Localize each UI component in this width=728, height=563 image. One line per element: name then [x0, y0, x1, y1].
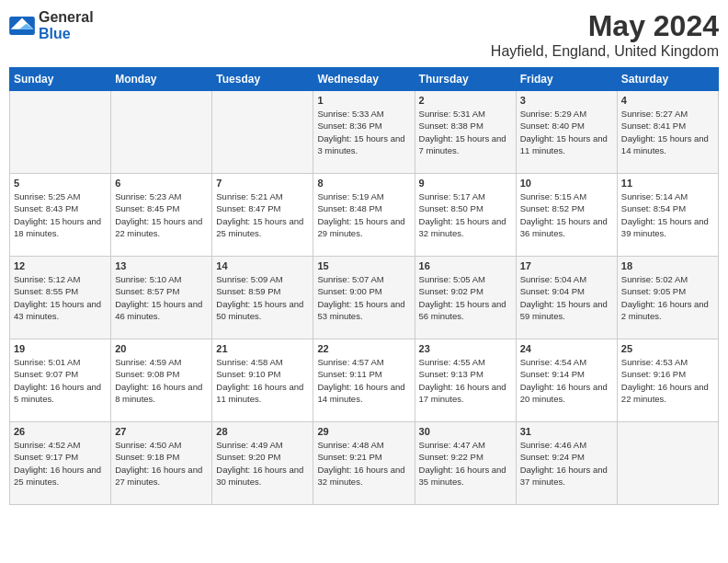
day-number: 9 — [419, 178, 512, 189]
day-info: Sunrise: 4:53 AM Sunset: 9:16 PM Dayligh… — [621, 356, 714, 405]
week-row-3: 12Sunrise: 5:12 AM Sunset: 8:55 PM Dayli… — [10, 257, 719, 339]
logo-blue: Blue — [39, 26, 71, 41]
calendar-cell — [617, 422, 718, 505]
day-info: Sunrise: 5:14 AM Sunset: 8:54 PM Dayligh… — [621, 190, 714, 239]
day-info: Sunrise: 4:52 AM Sunset: 9:17 PM Dayligh… — [14, 439, 107, 488]
day-number: 14 — [216, 260, 309, 271]
day-number: 12 — [14, 260, 107, 271]
calendar-cell: 22Sunrise: 4:57 AM Sunset: 9:11 PM Dayli… — [313, 339, 415, 422]
day-number: 13 — [115, 260, 208, 271]
calendar-cell: 25Sunrise: 4:53 AM Sunset: 9:16 PM Dayli… — [617, 339, 718, 422]
day-info: Sunrise: 5:07 AM Sunset: 9:00 PM Dayligh… — [317, 273, 410, 322]
calendar-cell: 15Sunrise: 5:07 AM Sunset: 9:00 PM Dayli… — [313, 257, 415, 339]
day-info: Sunrise: 5:05 AM Sunset: 9:02 PM Dayligh… — [419, 273, 512, 322]
calendar-cell: 21Sunrise: 4:58 AM Sunset: 9:10 PM Dayli… — [212, 339, 313, 422]
calendar-cell: 3Sunrise: 5:29 AM Sunset: 8:40 PM Daylig… — [516, 91, 617, 174]
day-info: Sunrise: 5:01 AM Sunset: 9:07 PM Dayligh… — [14, 356, 107, 405]
logo: General Blue — [9, 9, 94, 42]
day-number: 1 — [317, 95, 410, 106]
day-number: 6 — [115, 178, 208, 189]
calendar-cell: 9Sunrise: 5:17 AM Sunset: 8:50 PM Daylig… — [415, 174, 516, 257]
title-block: May 2024 Hayfield, England, United Kingd… — [491, 9, 719, 60]
day-number: 23 — [419, 343, 512, 354]
day-number: 11 — [621, 178, 714, 189]
day-info: Sunrise: 5:29 AM Sunset: 8:40 PM Dayligh… — [520, 108, 613, 156]
day-number: 29 — [317, 426, 410, 437]
day-info: Sunrise: 5:21 AM Sunset: 8:47 PM Dayligh… — [216, 190, 309, 239]
month-title: May 2024 — [491, 9, 719, 43]
day-info: Sunrise: 4:48 AM Sunset: 9:21 PM Dayligh… — [317, 439, 410, 488]
day-info: Sunrise: 5:19 AM Sunset: 8:48 PM Dayligh… — [317, 190, 410, 239]
day-number: 25 — [621, 343, 714, 354]
day-number: 24 — [520, 343, 613, 354]
week-row-5: 26Sunrise: 4:52 AM Sunset: 9:17 PM Dayli… — [10, 422, 719, 505]
calendar-cell: 12Sunrise: 5:12 AM Sunset: 8:55 PM Dayli… — [10, 257, 111, 339]
calendar-cell: 11Sunrise: 5:14 AM Sunset: 8:54 PM Dayli… — [617, 174, 718, 257]
day-number: 5 — [14, 178, 107, 189]
logo-icon — [9, 17, 35, 35]
location-title: Hayfield, England, United Kingdom — [491, 43, 719, 60]
week-row-4: 19Sunrise: 5:01 AM Sunset: 9:07 PM Dayli… — [10, 339, 719, 422]
day-number: 30 — [419, 426, 512, 437]
day-info: Sunrise: 4:57 AM Sunset: 9:11 PM Dayligh… — [317, 356, 410, 405]
calendar-cell: 16Sunrise: 5:05 AM Sunset: 9:02 PM Dayli… — [415, 257, 516, 339]
calendar-cell: 7Sunrise: 5:21 AM Sunset: 8:47 PM Daylig… — [212, 174, 313, 257]
day-number: 19 — [14, 343, 107, 354]
day-number: 20 — [115, 343, 208, 354]
day-header-sunday: Sunday — [10, 68, 111, 91]
day-number: 8 — [317, 178, 410, 189]
day-info: Sunrise: 4:49 AM Sunset: 9:20 PM Dayligh… — [216, 439, 309, 488]
calendar-cell: 6Sunrise: 5:23 AM Sunset: 8:45 PM Daylig… — [111, 174, 212, 257]
calendar-cell: 28Sunrise: 4:49 AM Sunset: 9:20 PM Dayli… — [212, 422, 313, 505]
calendar-cell: 29Sunrise: 4:48 AM Sunset: 9:21 PM Dayli… — [313, 422, 415, 505]
day-number: 4 — [621, 95, 714, 106]
day-number: 3 — [520, 95, 613, 106]
day-header-thursday: Thursday — [415, 68, 516, 91]
calendar-cell: 1Sunrise: 5:33 AM Sunset: 8:36 PM Daylig… — [313, 91, 415, 174]
calendar-cell: 4Sunrise: 5:27 AM Sunset: 8:41 PM Daylig… — [617, 91, 718, 174]
day-info: Sunrise: 5:15 AM Sunset: 8:52 PM Dayligh… — [520, 190, 613, 239]
calendar-cell — [10, 91, 111, 174]
day-info: Sunrise: 5:33 AM Sunset: 8:36 PM Dayligh… — [317, 108, 410, 156]
day-header-wednesday: Wednesday — [313, 68, 415, 91]
day-number: 31 — [520, 426, 613, 437]
calendar-cell: 17Sunrise: 5:04 AM Sunset: 9:04 PM Dayli… — [516, 257, 617, 339]
calendar-cell: 19Sunrise: 5:01 AM Sunset: 9:07 PM Dayli… — [10, 339, 111, 422]
day-info: Sunrise: 5:27 AM Sunset: 8:41 PM Dayligh… — [621, 108, 714, 156]
calendar-cell: 2Sunrise: 5:31 AM Sunset: 8:38 PM Daylig… — [415, 91, 516, 174]
day-info: Sunrise: 5:04 AM Sunset: 9:04 PM Dayligh… — [520, 273, 613, 322]
header-row: SundayMondayTuesdayWednesdayThursdayFrid… — [10, 68, 719, 91]
calendar-cell — [212, 91, 313, 174]
day-header-tuesday: Tuesday — [212, 68, 313, 91]
day-info: Sunrise: 4:54 AM Sunset: 9:14 PM Dayligh… — [520, 356, 613, 405]
calendar-cell: 8Sunrise: 5:19 AM Sunset: 8:48 PM Daylig… — [313, 174, 415, 257]
day-info: Sunrise: 5:31 AM Sunset: 8:38 PM Dayligh… — [419, 108, 512, 156]
day-number: 18 — [621, 260, 714, 271]
day-number: 26 — [14, 426, 107, 437]
calendar-table: SundayMondayTuesdayWednesdayThursdayFrid… — [9, 67, 719, 505]
calendar-cell: 26Sunrise: 4:52 AM Sunset: 9:17 PM Dayli… — [10, 422, 111, 505]
day-number: 7 — [216, 178, 309, 189]
day-info: Sunrise: 4:55 AM Sunset: 9:13 PM Dayligh… — [419, 356, 512, 405]
calendar-cell: 24Sunrise: 4:54 AM Sunset: 9:14 PM Dayli… — [516, 339, 617, 422]
day-info: Sunrise: 5:10 AM Sunset: 8:57 PM Dayligh… — [115, 273, 208, 322]
day-number: 21 — [216, 343, 309, 354]
day-number: 10 — [520, 178, 613, 189]
day-number: 2 — [419, 95, 512, 106]
day-header-saturday: Saturday — [617, 68, 718, 91]
day-number: 22 — [317, 343, 410, 354]
day-number: 16 — [419, 260, 512, 271]
day-header-friday: Friday — [516, 68, 617, 91]
day-info: Sunrise: 5:12 AM Sunset: 8:55 PM Dayligh… — [14, 273, 107, 322]
day-info: Sunrise: 5:23 AM Sunset: 8:45 PM Dayligh… — [115, 190, 208, 239]
calendar-cell: 23Sunrise: 4:55 AM Sunset: 9:13 PM Dayli… — [415, 339, 516, 422]
day-number: 17 — [520, 260, 613, 271]
week-row-1: 1Sunrise: 5:33 AM Sunset: 8:36 PM Daylig… — [10, 91, 719, 174]
day-info: Sunrise: 4:47 AM Sunset: 9:22 PM Dayligh… — [419, 439, 512, 488]
calendar-cell: 13Sunrise: 5:10 AM Sunset: 8:57 PM Dayli… — [111, 257, 212, 339]
calendar-cell — [111, 91, 212, 174]
calendar-cell: 31Sunrise: 4:46 AM Sunset: 9:24 PM Dayli… — [516, 422, 617, 505]
calendar-cell: 18Sunrise: 5:02 AM Sunset: 9:05 PM Dayli… — [617, 257, 718, 339]
day-number: 28 — [216, 426, 309, 437]
day-info: Sunrise: 5:17 AM Sunset: 8:50 PM Dayligh… — [419, 190, 512, 239]
